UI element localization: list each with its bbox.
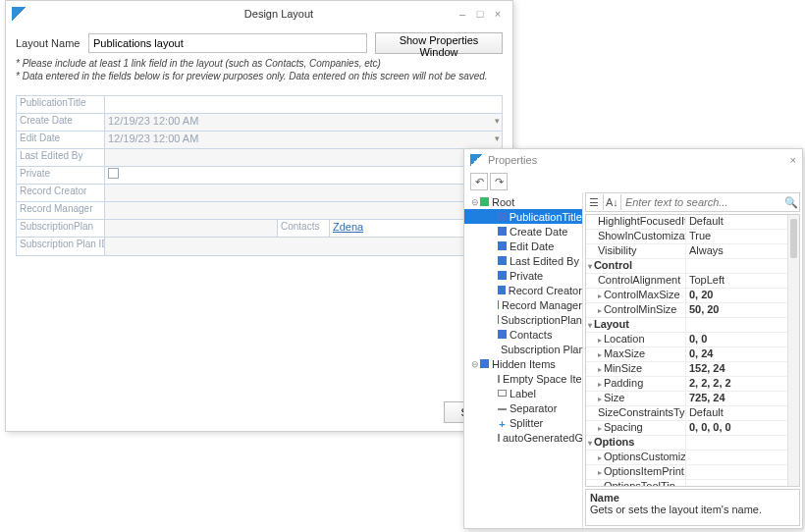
tree-item[interactable]: SubscriptionPlan [464, 312, 582, 327]
property-row[interactable]: ControlMaxSize0, 20 [586, 289, 799, 303]
field-label: PublicationTitle [17, 96, 105, 113]
tree-item[interactable]: Record Creator [464, 283, 582, 297]
property-row[interactable]: Spacing0, 0, 0, 0 [586, 421, 799, 436]
app-icon [12, 7, 26, 21]
private-checkbox[interactable] [108, 168, 119, 179]
property-row[interactable]: VisibilityAlways [586, 244, 799, 259]
field-label: SubscriptionPlan [17, 220, 105, 237]
tree-item[interactable]: Last Edited By [464, 253, 582, 268]
property-row[interactable]: ControlMinSize50, 20 [586, 303, 799, 318]
field-label: Create Date [17, 114, 105, 131]
app-icon [470, 154, 482, 166]
chevron-down-icon[interactable]: ▾ [495, 133, 500, 143]
property-row[interactable]: ShowInCustomizatioTrue [586, 230, 799, 244]
show-properties-button[interactable]: Show Properties Window [375, 32, 503, 54]
close-icon[interactable]: × [790, 154, 796, 166]
maximize-icon[interactable]: □ [471, 8, 489, 20]
tree-item[interactable]: Edit Date [464, 239, 582, 253]
field-label: Private [17, 167, 105, 184]
redo-button[interactable]: ↷ [490, 173, 508, 190]
property-row[interactable]: Location0, 0 [586, 333, 799, 347]
property-description: Name Gets or sets the layout item's name… [585, 489, 800, 526]
tree-hidden-items[interactable]: ⊖Hidden Items [464, 356, 582, 371]
tree-separator[interactable]: Separator [464, 400, 582, 415]
properties-window: Properties × ↶ ↷ ⊖Root PublicationTitle … [463, 148, 803, 529]
property-row[interactable]: OptionsItemPrint [586, 465, 799, 480]
create-date-input[interactable]: 12/19/23 12:00 AM▾ [105, 114, 502, 131]
contact-link[interactable]: Zdena [333, 221, 363, 233]
property-grid-pane: ☰ A↓ 🔍 HighlightFocusedIteDefaultShowInC… [583, 192, 802, 528]
subscription-plan-id-input[interactable] [105, 238, 480, 255]
scrollbar-thumb[interactable] [790, 219, 797, 258]
tree-item[interactable]: Record Manager [464, 297, 582, 312]
undo-button[interactable]: ↶ [470, 173, 488, 190]
property-row[interactable]: MinSize152, 24 [586, 362, 799, 377]
tree-item[interactable]: Create Date [464, 224, 582, 239]
chevron-down-icon[interactable]: ▾ [495, 116, 500, 126]
tree-autogroup[interactable]: autoGeneratedGroup0 [464, 430, 582, 445]
contacts-label: Contacts [277, 220, 330, 237]
tree-item[interactable]: Subscription Plan ID [464, 342, 582, 356]
property-category[interactable]: Control [586, 259, 799, 274]
property-row[interactable]: OptionsToolTip [586, 480, 799, 487]
design-titlebar[interactable]: Design Layout – □ × [6, 1, 512, 27]
properties-titlebar[interactable]: Properties × [464, 149, 802, 171]
field-label: Record Creator [17, 185, 105, 201]
alphabetical-button[interactable]: A↓ [604, 194, 621, 210]
hint-1: * Please include at least 1 link field i… [16, 58, 503, 69]
edit-date-input[interactable]: 12/19/23 12:00 AM▾ [105, 132, 502, 148]
desc-name: Name [590, 492, 795, 504]
property-row[interactable]: Size725, 24 [586, 392, 799, 406]
search-icon[interactable]: 🔍 [783, 196, 799, 209]
scrollbar[interactable] [787, 215, 799, 486]
fields-grid: PublicationTitle Create Date 12/19/23 12… [16, 95, 503, 256]
tree-pane: ⊖Root PublicationTitle Create Date Edit … [464, 192, 583, 528]
tree-item[interactable]: Private [464, 268, 582, 283]
tree-splitter[interactable]: +Splitter [464, 415, 582, 430]
tree-empty-space[interactable]: Empty Space Item [464, 371, 582, 386]
search-input[interactable] [621, 194, 783, 210]
property-row[interactable]: ControlAlignmentTopLeft [586, 274, 799, 289]
desc-text: Gets or sets the layout item's name. [590, 504, 795, 515]
categorized-button[interactable]: ☰ [586, 194, 604, 210]
publication-title-input[interactable] [105, 96, 502, 113]
property-grid[interactable]: HighlightFocusedIteDefaultShowInCustomiz… [585, 214, 800, 487]
tree-root[interactable]: ⊖Root [464, 194, 582, 209]
field-label: Edit Date [17, 132, 105, 148]
tree-item-publicationtitle[interactable]: PublicationTitle [464, 209, 582, 224]
tree-item[interactable]: Contacts [464, 327, 582, 342]
minimize-icon[interactable]: – [454, 8, 471, 20]
field-label: Record Manager [17, 202, 105, 219]
property-row[interactable]: Padding2, 2, 2, 2 [586, 377, 799, 392]
property-row[interactable]: OptionsCustomizati [586, 451, 799, 465]
tree-label[interactable]: Label [464, 386, 582, 400]
hint-2: * Data entered in the fields below is fo… [16, 71, 503, 81]
property-row[interactable]: MaxSize0, 24 [586, 347, 799, 362]
design-title: Design Layout [104, 8, 454, 20]
design-layout-window: Design Layout – □ × Layout Name Show Pro… [5, 0, 513, 432]
record-manager-input[interactable] [105, 202, 502, 219]
property-row[interactable]: SizeConstraintsTypeDefault [586, 406, 799, 421]
last-edited-by-input[interactable] [105, 149, 502, 166]
property-row[interactable]: HighlightFocusedIteDefault [586, 215, 799, 230]
properties-toolbar: ↶ ↷ [464, 171, 802, 192]
field-label: Last Edited By [17, 149, 105, 166]
private-cell [105, 167, 502, 184]
layout-name-input[interactable] [88, 33, 367, 53]
close-icon[interactable]: × [489, 8, 507, 20]
layout-name-label: Layout Name [16, 37, 88, 49]
property-category[interactable]: Options [586, 436, 799, 451]
collapse-icon[interactable]: ⊖ [470, 359, 480, 369]
property-grid-toolbar: ☰ A↓ 🔍 [585, 192, 800, 212]
record-creator-input[interactable] [105, 185, 502, 201]
collapse-icon[interactable]: ⊖ [470, 197, 480, 207]
properties-title: Properties [488, 154, 790, 166]
property-category[interactable]: Layout [586, 318, 799, 333]
field-label: Subscription Plan ID [17, 238, 105, 255]
subscription-plan-input[interactable] [105, 220, 277, 237]
